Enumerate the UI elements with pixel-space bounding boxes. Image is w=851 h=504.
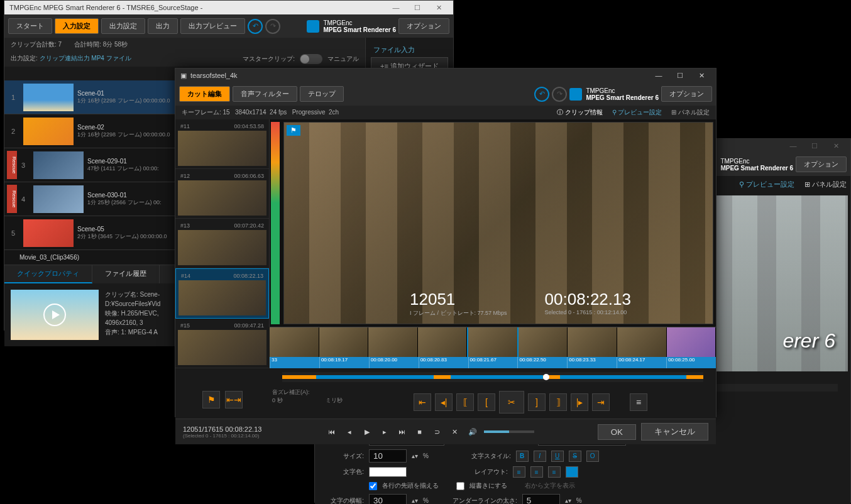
tab-audio-filter[interactable]: 音声フィルター — [233, 86, 297, 102]
align-center-icon[interactable]: ≡ — [530, 466, 543, 478]
preview-settings-link[interactable]: ⚲ プレビュー設定 — [612, 109, 662, 116]
keyframe-item[interactable]: #1100:04:53.58 — [175, 119, 269, 169]
minimize-button[interactable]: — — [784, 140, 803, 151]
video-preview[interactable]: ⚑ 12051 I フレーム / ビットレート: 77.57 Mbps 00:0… — [283, 122, 713, 324]
set-out-icon[interactable]: ] — [528, 393, 546, 411]
rescue-badge: Rescue — [7, 185, 17, 213]
option-button[interactable]: オプション — [661, 86, 712, 102]
play-icon — [43, 304, 66, 326]
keyframe-item[interactable]: #1400:08:22.13 — [175, 268, 269, 319]
outline-button[interactable]: O — [586, 451, 599, 462]
cancel-button[interactable]: キャンセル — [641, 423, 708, 441]
align-heads-checkbox[interactable] — [369, 482, 377, 490]
align-justify-icon[interactable]: ▦ — [566, 466, 578, 478]
menu-icon[interactable]: ≡ — [630, 393, 647, 411]
clip-info-link[interactable]: ⓘ クリップ情報 — [557, 109, 603, 116]
stop-icon[interactable]: ■ — [414, 425, 426, 438]
frame-number: 12051 — [410, 290, 507, 309]
flag-button[interactable]: ⚑ — [202, 391, 220, 408]
mark-out-icon[interactable]: ⟧ — [549, 393, 567, 411]
preview-settings-link[interactable]: ⚲ プレビュー設定 — [739, 180, 794, 189]
spinner-icon[interactable]: ▴▾ — [412, 452, 418, 459]
keyframe-item[interactable]: #1500:09:47.21 — [175, 319, 269, 368]
set-in-icon[interactable]: [ — [478, 393, 495, 411]
mute-close-icon[interactable]: ✕ — [449, 425, 461, 438]
option-button[interactable]: オプション — [796, 156, 847, 172]
main-toolbar: スタート 入力設定 出力設定 出力 出力プレビュー ↶ ↷ TMPGEncMPE… — [4, 14, 453, 38]
property-thumbnail[interactable] — [11, 290, 99, 340]
italic-button[interactable]: I — [534, 451, 546, 462]
keyframe-item[interactable]: #1300:07:20.42 — [175, 219, 269, 268]
close-button[interactable]: ✕ — [429, 2, 448, 13]
start-button[interactable]: スタート — [8, 18, 52, 34]
align-right-icon[interactable]: ≡ — [548, 466, 561, 478]
underline-input[interactable] — [522, 494, 560, 504]
volume-icon[interactable]: 🔊 — [466, 425, 479, 438]
minimize-button[interactable]: — — [387, 2, 405, 13]
clip-thumbnail — [23, 118, 74, 145]
timeline-ruler[interactable]: 3300:08:19.1700:08:20.00 00:08:20.8300:0… — [270, 357, 716, 368]
bold-button[interactable]: B — [516, 451, 529, 462]
output-button[interactable]: 出力 — [148, 18, 178, 34]
scrub-handle[interactable] — [543, 374, 549, 380]
panel-settings-link[interactable]: ⊞ パネル設定 — [804, 180, 847, 189]
panel-settings-link[interactable]: ⊞ パネル設定 — [671, 109, 710, 116]
align-left-icon[interactable]: ≡ — [513, 466, 525, 478]
close-button[interactable]: ✕ — [826, 140, 845, 151]
keyframe-list: #1100:04:53.58 #1200:06:06.63 #1300:07:2… — [175, 119, 270, 327]
timecode: 00:08:22.13 — [545, 290, 631, 309]
color-swatch[interactable] — [369, 467, 407, 477]
skip-end-icon[interactable]: ⏭ — [396, 425, 409, 438]
logo-icon — [307, 20, 319, 33]
rescue-badge: Rescue — [7, 151, 17, 179]
mark-in-icon[interactable]: ⟦ — [456, 393, 474, 411]
spinner-icon[interactable]: ▴▾ — [565, 497, 571, 504]
tab-telop[interactable]: テロップ — [300, 86, 344, 102]
keyframe-item[interactable]: #1200:06:06.63 — [175, 169, 269, 219]
window-title: TMPGEnc MPEG Smart Renderer 6 - TMSRE6_S… — [9, 4, 387, 11]
editor-infobar: キーフレーム: 15 3840x1714 24 fps Progressive … — [175, 106, 716, 119]
spacing-input[interactable] — [369, 494, 407, 504]
maximize-button[interactable]: ☐ — [671, 70, 689, 81]
step-back-icon[interactable]: ◂ — [343, 425, 356, 438]
master-clip-toggle[interactable] — [300, 54, 322, 64]
flag-marker-icon: ⚑ — [287, 125, 300, 136]
strike-button[interactable]: S — [569, 451, 581, 462]
range-button[interactable]: ⇤⇥ — [225, 391, 243, 408]
step-fwd-icon[interactable]: |▸ — [571, 393, 588, 411]
redo-icon[interactable]: ↷ — [265, 19, 280, 34]
tab-cut-edit[interactable]: カット編集 — [179, 86, 230, 102]
next-keyframe-icon[interactable]: ⇥ — [592, 393, 610, 411]
titlebar: ▣ tearsofsteel_4k — ☐ ✕ — [175, 68, 716, 82]
timeline-thumbnails[interactable] — [270, 327, 716, 357]
cut-icon[interactable]: ✂ — [499, 391, 524, 414]
cut-editor-window: ▣ tearsofsteel_4k — ☐ ✕ カット編集 音声フィルター テロ… — [175, 68, 716, 417]
volume-slider[interactable] — [484, 430, 534, 433]
maximize-button[interactable]: ☐ — [408, 2, 427, 13]
size-input[interactable] — [369, 449, 407, 463]
maximize-button[interactable]: ☐ — [805, 140, 824, 151]
output-preview-button[interactable]: 出力プレビュー — [180, 18, 245, 34]
ok-button[interactable]: OK — [598, 424, 636, 440]
step-back-icon[interactable]: ◂| — [435, 393, 453, 411]
option-button[interactable]: オプション — [398, 18, 449, 34]
underline-button[interactable]: U — [551, 451, 564, 462]
undo-icon[interactable]: ↶ — [534, 87, 549, 102]
step-fwd-icon[interactable]: ▸ — [378, 425, 391, 438]
input-settings-button[interactable]: 入力設定 — [55, 18, 99, 34]
minimize-button[interactable]: — — [649, 70, 668, 81]
tab-quick-property[interactable]: クイックプロパティ — [4, 265, 92, 283]
tab-file-history[interactable]: ファイル履歴 — [92, 265, 160, 283]
prev-keyframe-icon[interactable]: ⇤ — [414, 393, 431, 411]
close-button[interactable]: ✕ — [692, 70, 711, 81]
redo-icon[interactable]: ↷ — [552, 87, 567, 102]
play-icon[interactable]: ▶ — [361, 425, 373, 438]
output-settings-button[interactable]: 出力設定 — [101, 18, 145, 34]
loop-icon[interactable]: ⊃ — [431, 425, 444, 438]
scrubber[interactable] — [282, 372, 703, 382]
spinner-icon[interactable]: ▴▾ — [412, 497, 418, 504]
playback-bar: 12051/17615 00:08:22.13 (Selected 0 - 17… — [175, 419, 716, 444]
skip-start-icon[interactable]: ⏮ — [326, 425, 338, 438]
vertical-checkbox[interactable] — [456, 482, 464, 490]
undo-icon[interactable]: ↶ — [248, 19, 263, 34]
